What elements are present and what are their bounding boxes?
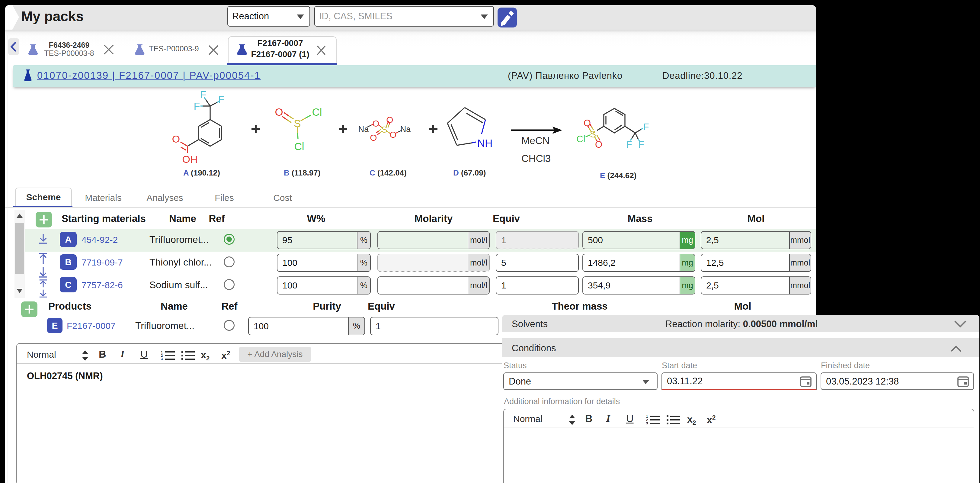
svg-text:3: 3 bbox=[161, 357, 163, 360]
svg-text:F: F bbox=[218, 94, 224, 105]
svg-text:C (142.04): C (142.04) bbox=[369, 168, 407, 177]
svg-text:A (190.12): A (190.12) bbox=[183, 168, 220, 177]
svg-text:O: O bbox=[584, 118, 591, 128]
svg-text:O: O bbox=[595, 139, 602, 150]
svg-text:Cl: Cl bbox=[294, 140, 304, 152]
svg-text:MeCN: MeCN bbox=[522, 135, 550, 146]
svg-text:Na: Na bbox=[358, 125, 369, 134]
svg-text:O: O bbox=[390, 129, 396, 140]
svg-text:Cl: Cl bbox=[312, 106, 322, 118]
svg-text:O: O bbox=[386, 115, 393, 125]
svg-text:3: 3 bbox=[646, 421, 648, 425]
svg-text:F: F bbox=[638, 139, 644, 150]
svg-text:O: O bbox=[372, 118, 379, 128]
svg-text:O: O bbox=[370, 132, 377, 143]
svg-text:S: S bbox=[294, 118, 301, 129]
svg-text:O: O bbox=[275, 106, 283, 118]
svg-text:OH: OH bbox=[182, 153, 198, 165]
svg-text:F: F bbox=[643, 122, 649, 132]
svg-text:B (118.97): B (118.97) bbox=[284, 168, 320, 177]
svg-text:NH: NH bbox=[477, 137, 493, 149]
svg-text:Na: Na bbox=[400, 125, 411, 134]
svg-text:D (67.09): D (67.09) bbox=[453, 168, 486, 177]
svg-text:Cl: Cl bbox=[576, 134, 585, 144]
svg-text:E (244.62): E (244.62) bbox=[600, 171, 636, 180]
svg-text:F: F bbox=[627, 139, 632, 150]
svg-text:F: F bbox=[194, 100, 200, 112]
svg-text:CHCl3: CHCl3 bbox=[522, 153, 551, 164]
svg-text:O: O bbox=[172, 133, 180, 145]
svg-text:S: S bbox=[381, 124, 387, 134]
svg-text:S: S bbox=[590, 129, 596, 140]
svg-text:F: F bbox=[200, 89, 207, 100]
